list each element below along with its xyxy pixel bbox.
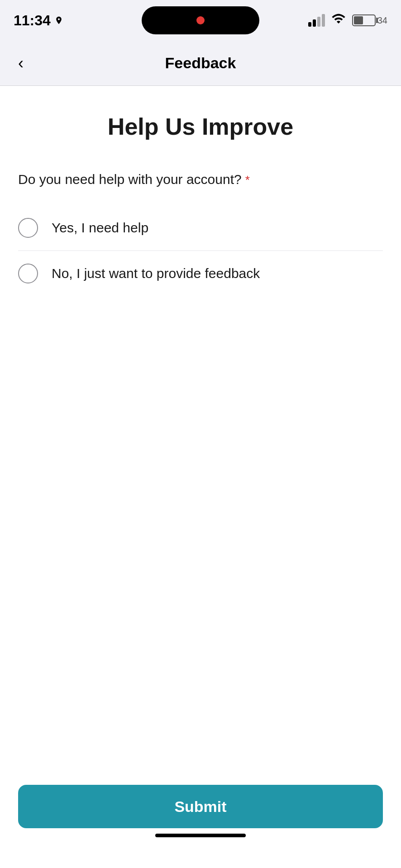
location-icon [54,16,63,25]
submit-area: Submit [0,774,401,868]
radio-option-2[interactable]: No, I just want to provide feedback [18,251,383,296]
back-chevron-icon: ‹ [18,55,24,71]
radio-group: Yes, I need help No, I just want to prov… [18,205,383,296]
home-bar [155,834,246,837]
nav-title: Feedback [165,54,236,72]
radio-label-1: Yes, I need help [52,220,148,236]
radio-circle-2[interactable] [18,264,38,283]
back-button[interactable]: ‹ [14,51,28,76]
wifi-icon [331,13,346,28]
home-indicator [18,828,383,841]
radio-label-2: No, I just want to provide feedback [52,266,260,281]
battery-level: 34 [377,15,387,26]
submit-button[interactable]: Submit [18,785,383,828]
main-content: Help Us Improve Do you need help with yo… [0,86,401,796]
page-heading: Help Us Improve [18,113,383,140]
time-display: 11:34 [14,12,51,29]
radio-circle-1[interactable] [18,218,38,238]
question-text: Do you need help with your account? [18,172,242,187]
required-indicator: * [245,173,250,187]
question-label: Do you need help with your account? * [18,172,383,187]
status-icons: 34 [308,13,387,28]
status-time: 11:34 [14,12,63,29]
dynamic-island [142,6,259,34]
nav-bar: ‹ Feedback [0,41,401,86]
record-indicator [196,16,205,24]
status-bar: 11:34 34 [0,0,401,41]
signal-icon [308,14,325,27]
radio-option-1[interactable]: Yes, I need help [18,205,383,251]
battery-icon: 34 [352,14,387,26]
